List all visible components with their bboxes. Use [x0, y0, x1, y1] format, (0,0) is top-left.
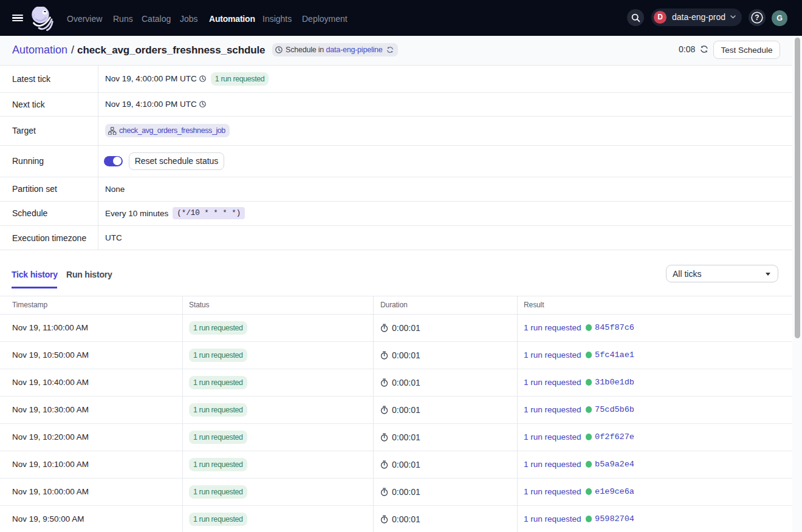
- svg-text:?: ?: [755, 13, 759, 22]
